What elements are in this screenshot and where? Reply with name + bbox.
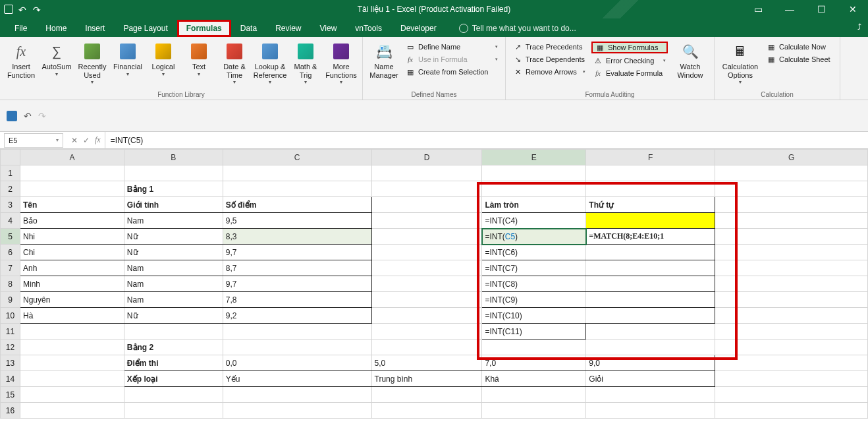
cell[interactable] [586, 292, 715, 308]
cell[interactable]: 9,7 [223, 276, 371, 292]
cell[interactable]: =INT(C9) [482, 292, 586, 308]
qat-redo-icon[interactable] [33, 5, 42, 14]
cell[interactable]: =INT(C6) [482, 245, 586, 260]
tab-data[interactable]: Data [231, 20, 266, 37]
text-button[interactable]: Text▾ [182, 40, 216, 90]
cell[interactable] [371, 165, 482, 181]
tab-page-layout[interactable]: Page Layout [114, 20, 176, 37]
row-header[interactable]: 15 [1, 387, 20, 403]
cell[interactable] [124, 387, 223, 403]
cell[interactable]: Nam [124, 276, 223, 292]
cell[interactable] [715, 355, 868, 371]
cell[interactable] [586, 403, 715, 419]
cell[interactable] [586, 387, 715, 403]
cell[interactable]: =INT(C7) [482, 260, 586, 276]
cell[interactable]: Tên [20, 197, 124, 213]
tab-file[interactable]: File [5, 20, 36, 37]
col-header-E[interactable]: E [482, 150, 586, 165]
row-header[interactable]: 12 [1, 340, 20, 355]
cell[interactable] [20, 371, 124, 387]
cell[interactable] [371, 387, 482, 403]
cell[interactable]: =INT(C8) [482, 276, 586, 292]
cell[interactable]: =INT(C4) [482, 213, 586, 229]
cell[interactable]: Bảng 1 [124, 181, 223, 197]
qab-save-icon[interactable] [7, 111, 17, 121]
cell[interactable]: =MATCH(8;E4:E10;1 [586, 229, 715, 245]
cell[interactable] [371, 276, 482, 292]
cell[interactable] [586, 308, 715, 324]
cell[interactable] [223, 324, 371, 340]
cell[interactable]: 9,7 [223, 245, 371, 260]
cell[interactable] [371, 245, 482, 260]
calculation-options-button[interactable]: 🖩Calculation Options▾ [719, 40, 762, 90]
cell[interactable] [124, 324, 223, 340]
trace-precedents-button[interactable]: ↗Trace Precedents [511, 42, 587, 52]
tab-developer[interactable]: Developer [391, 20, 446, 37]
evaluate-formula-button[interactable]: fxEvaluate Formula [591, 68, 668, 78]
row-header[interactable]: 14 [1, 371, 20, 387]
cell[interactable]: 0,0 [223, 355, 371, 371]
cancel-formula-icon[interactable]: ✕ [71, 136, 78, 145]
cell[interactable]: Hà [20, 308, 124, 324]
share-button[interactable]: ⤴ [857, 22, 861, 32]
cell[interactable] [482, 165, 586, 181]
cell[interactable] [20, 340, 124, 355]
calculate-sheet-button[interactable]: ▦Calculate Sheet [765, 54, 834, 65]
cell[interactable] [371, 260, 482, 276]
qab-redo-icon[interactable]: ↷ [38, 111, 46, 121]
cell[interactable] [371, 292, 482, 308]
define-name-button[interactable]: ▭Define Name▾ [404, 42, 500, 52]
watch-window-button[interactable]: 🔍Watch Window [670, 40, 710, 90]
cell[interactable] [586, 260, 715, 276]
cell[interactable] [586, 181, 715, 197]
name-manager-button[interactable]: 📇Name Manager [367, 40, 401, 90]
create-from-selection-button[interactable]: ▦Create from Selection [404, 67, 500, 77]
cell[interactable] [124, 403, 223, 419]
qat-undo-icon[interactable] [18, 5, 28, 14]
cell[interactable] [371, 197, 482, 213]
cell[interactable]: 8,3 [223, 229, 371, 245]
cell[interactable]: Làm tròn [482, 197, 586, 213]
cell[interactable] [223, 387, 371, 403]
cell[interactable] [715, 276, 868, 292]
row-header[interactable]: 7 [1, 260, 20, 276]
cell[interactable] [586, 245, 715, 260]
cell[interactable] [482, 387, 586, 403]
cell[interactable] [20, 165, 124, 181]
row-header[interactable]: 11 [1, 324, 20, 340]
cell[interactable]: Nam [124, 292, 223, 308]
cell[interactable] [586, 276, 715, 292]
cell[interactable]: 5,0 [371, 355, 482, 371]
cell[interactable] [223, 165, 371, 181]
cell[interactable] [715, 308, 868, 324]
cell[interactable] [371, 308, 482, 324]
cell[interactable]: Nhi [20, 229, 124, 245]
cell[interactable] [715, 292, 868, 308]
cell[interactable] [20, 324, 124, 340]
cell[interactable] [371, 181, 482, 197]
recently-used-button[interactable]: Recently Used▾ [75, 40, 109, 90]
cell[interactable]: Nữ [124, 245, 223, 260]
cell[interactable] [715, 403, 868, 419]
qat-save-icon[interactable] [4, 5, 13, 14]
cell[interactable] [482, 340, 586, 355]
col-header-F[interactable]: F [586, 150, 715, 165]
cell[interactable]: Nam [124, 260, 223, 276]
cell[interactable]: Bảng 2 [124, 340, 223, 355]
cell[interactable]: Giới tính [124, 197, 223, 213]
cell[interactable]: Chi [20, 245, 124, 260]
date-time-button[interactable]: Date & Time▾ [217, 40, 252, 90]
cell[interactable]: 9,5 [223, 213, 371, 229]
col-header-C[interactable]: C [223, 150, 371, 165]
row-header[interactable]: 9 [1, 292, 20, 308]
tab-vntools[interactable]: vnTools [346, 20, 391, 37]
cell[interactable]: 8,7 [223, 260, 371, 276]
cell[interactable]: Yếu [223, 371, 371, 387]
more-functions-button[interactable]: More Functions▾ [324, 40, 358, 90]
tab-review[interactable]: Review [266, 20, 310, 37]
cell[interactable] [715, 324, 868, 340]
cell[interactable]: Thứ tự [586, 197, 715, 213]
tab-view[interactable]: View [311, 20, 346, 37]
calculate-now-button[interactable]: ▦Calculate Now [765, 42, 834, 52]
cell[interactable] [20, 403, 124, 419]
